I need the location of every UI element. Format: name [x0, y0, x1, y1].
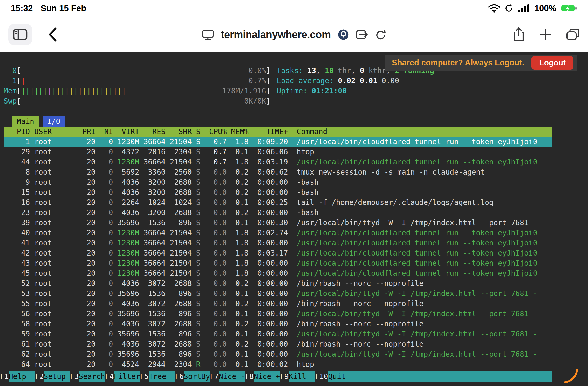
process-row-40[interactable]: 40root2001230M3666421504S0.01.80:02.74/u… [4, 228, 552, 238]
process-row-52[interactable]: 52root200403630722688S0.00.20:00.00/bin/… [4, 278, 552, 288]
logout-button[interactable]: Logout [531, 56, 573, 70]
tab-io[interactable]: I/O [43, 116, 65, 127]
battery-icon [561, 4, 577, 12]
wifi-icon [488, 4, 500, 13]
process-row-44[interactable]: 44root2001230M3666421504S0.71.80:03.19/u… [4, 157, 552, 167]
meter-swp: Swp[0K/0K] [4, 96, 588, 106]
logout-banner: Shared computer? Always Logout. Logout [385, 55, 577, 71]
clock: 15:32 [11, 3, 33, 13]
column-header-mem[interactable]: MEM% [227, 127, 249, 137]
process-row-23[interactable]: 23root200403632002688S0.00.20:00.00-bash [4, 208, 552, 218]
battery-percent: 100% [535, 3, 556, 13]
process-row-59[interactable]: 59root200356961536896S0.00.10:00.00/usr/… [4, 329, 552, 339]
status-right: 100% [488, 3, 577, 13]
status-date: Sun 15 Feb [40, 3, 86, 13]
share-button[interactable] [513, 27, 525, 42]
monitor-icon [202, 29, 214, 40]
column-header-res[interactable]: RES [139, 127, 166, 137]
meter-area: 0[0.0%]Tasks: 13, 10 thr, 0 kthr; 2 runn… [4, 66, 588, 106]
fkey-f10[interactable]: F10Quit [315, 371, 354, 382]
new-tab-button[interactable] [540, 29, 551, 40]
process-row-29[interactable]: 29root200437228162304S0.70.10:06.06htop [4, 147, 552, 157]
status-bar: 15:32 Sun 15 Feb [0, 0, 588, 17]
meter-info: Load average: 0.02 0.01 0.00 [277, 76, 399, 86]
process-row-15[interactable]: 15root200403632002688S0.00.20:00.00-bash [4, 187, 552, 197]
column-header-virt[interactable]: VIRT [113, 127, 139, 137]
extensions-icon[interactable] [356, 29, 368, 40]
column-header-shr[interactable]: SHR [166, 127, 192, 137]
onepassword-icon[interactable] [338, 29, 349, 40]
toolbar-left [8, 24, 58, 45]
tab-main[interactable]: Main [12, 116, 39, 127]
tab-overview-button[interactable] [566, 29, 580, 40]
banner-message: Shared computer? Always Logout. [392, 58, 524, 67]
column-header-ni[interactable]: NI [95, 127, 113, 137]
process-row-1[interactable]: 1root2001230M3666421504S0.71.80:09.20/us… [4, 137, 552, 147]
meter-1: 1[|0.7%]Load average: 0.02 0.01 0.00 [4, 76, 588, 86]
function-key-bar: F1Help F2Setup F3SearchF4FilterF5Tree F6… [0, 371, 552, 382]
back-chevron-icon [48, 27, 58, 42]
column-header-time[interactable]: TIME+ [249, 127, 288, 137]
fkey-f4[interactable]: F4Filter [105, 371, 140, 382]
status-left: 15:32 Sun 15 Feb [11, 3, 86, 13]
table-header-row: PIDUSERPRINIVIRTRESSHRSCPU%MEM%TIME+Comm… [4, 127, 552, 137]
fkey-f6[interactable]: F6SortBy [175, 371, 210, 382]
process-row-39[interactable]: 39root200356961536896S0.00.10:00.30/usr/… [4, 218, 552, 228]
process-row-8[interactable]: 8root200569233602560S0.00.20:00.62tmux n… [4, 167, 552, 177]
sidebar-button[interactable] [8, 24, 32, 45]
process-row-56[interactable]: 56root200356961536896S0.00.10:00.00/usr/… [4, 309, 552, 319]
orange-scribble [563, 368, 581, 384]
fkey-bar-fill [354, 371, 552, 382]
fkey-f5[interactable]: F5Tree [140, 371, 175, 382]
ipad-screen: 15:32 Sun 15 Feb [0, 0, 588, 386]
url-bar[interactable]: terminalanywhere.com [202, 29, 386, 40]
fkey-f8[interactable]: F8Nice + [245, 371, 280, 382]
process-row-55[interactable]: 55root200403630722688S0.00.20:00.00/bin/… [4, 299, 552, 309]
toolbar-right [513, 27, 580, 42]
process-row-43[interactable]: 43root2001230M3666421504S0.01.80:00.00/u… [4, 258, 552, 268]
url-text: terminalanywhere.com [221, 29, 331, 40]
process-row-9[interactable]: 9root200403632002688S0.00.20:00.00-bash [4, 177, 552, 187]
process-row-42[interactable]: 42root2001230M3666421504S0.01.80:03.17/u… [4, 248, 552, 258]
reload-icon[interactable] [375, 29, 386, 40]
meter-info: Uptime: 01:21:00 [277, 86, 347, 96]
htop-tabs: MainI/O [4, 116, 588, 127]
share-icon [513, 27, 525, 42]
back-button[interactable] [48, 27, 58, 42]
column-header-cmd[interactable]: Command [297, 127, 552, 137]
column-header-pri[interactable]: PRI [74, 127, 95, 137]
plus-icon [540, 29, 551, 40]
fkey-f3[interactable]: F3Search [70, 371, 105, 382]
sidebar-icon [13, 28, 28, 41]
process-row-41[interactable]: 41root2001230M3666421504S0.01.80:00.00/u… [4, 238, 552, 248]
process-row-61[interactable]: 61root200403630722688S0.00.20:00.00/bin/… [4, 339, 552, 349]
tabs-icon [566, 29, 580, 40]
meter-mem: Mem[||||||||||||||||||||||||178M/1.91G]U… [4, 86, 588, 96]
process-row-16[interactable]: 16root200226410241024S0.00.10:00.25tail … [4, 197, 552, 208]
fkey-f1[interactable]: F1Help [0, 371, 35, 382]
column-header-pid[interactable]: PID [4, 127, 30, 137]
cellular-icon [518, 4, 530, 12]
process-row-53[interactable]: 53root200356961536896S0.00.10:00.00/usr/… [4, 288, 552, 299]
terminal[interactable]: 0[0.0%]Tasks: 13, 10 thr, 0 kthr; 2 runn… [0, 52, 588, 386]
fkey-f7[interactable]: F7Nice - [210, 371, 245, 382]
process-row-58[interactable]: 58root200403630722688S0.00.20:00.00/bin/… [4, 319, 552, 329]
safari-toolbar: terminalanywhere.com [0, 17, 588, 52]
rotation-lock-icon [504, 4, 513, 13]
process-row-62[interactable]: 62root200356961536896S0.00.10:00.00/usr/… [4, 349, 552, 359]
fkey-f2[interactable]: F2Setup [35, 371, 70, 382]
column-header-user[interactable]: USER [34, 127, 74, 137]
column-header-cpu[interactable]: CPU% [201, 127, 227, 137]
column-header-s[interactable]: S [192, 127, 201, 137]
process-row-45[interactable]: 45root2001230M3666421504S0.01.80:00.00/u… [4, 268, 552, 278]
process-table: PIDUSERPRINIVIRTRESSHRSCPU%MEM%TIME+Comm… [4, 127, 552, 369]
process-row-64[interactable]: 64root200452429442304R0.00.10:00.02htop [4, 359, 552, 369]
fkey-f9[interactable]: F9Kill [280, 371, 315, 382]
